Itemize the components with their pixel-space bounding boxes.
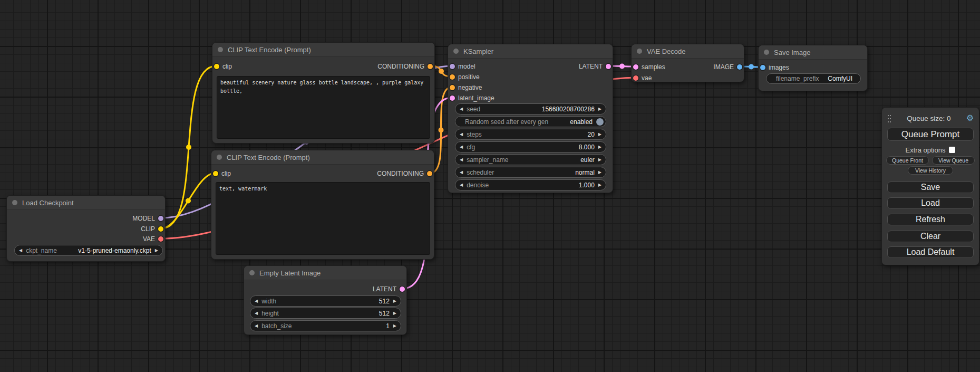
latent-output-port[interactable] (606, 64, 611, 69)
node-vae-decode[interactable]: VAE Decode samples IMAGE vae (631, 44, 744, 82)
scheduler-widget[interactable]: ◀ scheduler normal ▶ (455, 167, 606, 178)
output-label: CONDITIONING (377, 61, 424, 72)
decrement-arrow-icon[interactable]: ◀ (19, 249, 22, 253)
batch-size-widget[interactable]: ◀ batch_size 1 ▶ (250, 320, 401, 331)
seed-widget[interactable]: ◀ seed 156680208700286 ▶ (455, 103, 606, 115)
save-button[interactable]: Save (887, 182, 974, 193)
conditioning-output-port[interactable] (427, 171, 432, 176)
decrement-arrow-icon[interactable]: ◀ (460, 170, 463, 175)
collapse-dot-icon[interactable] (764, 50, 769, 55)
increment-arrow-icon[interactable]: ▶ (598, 132, 601, 137)
widget-value: euler (580, 156, 595, 164)
queue-panel: Queue size: 0 ⚙ Queue Prompt Extra optio… (881, 107, 979, 265)
widget-label: filename_prefix (776, 75, 828, 82)
vae-input-port[interactable] (633, 75, 638, 81)
image-output-port[interactable] (737, 64, 742, 70)
model-input-port[interactable] (450, 64, 455, 69)
increment-arrow-icon[interactable]: ▶ (598, 158, 601, 162)
decrement-arrow-icon[interactable]: ◀ (460, 158, 463, 162)
increment-arrow-icon[interactable]: ▶ (598, 145, 601, 149)
clip-input-port[interactable] (213, 171, 218, 176)
increment-arrow-icon[interactable]: ▶ (598, 170, 601, 175)
denoise-widget[interactable]: ◀ denoise 1.000 ▶ (455, 179, 606, 190)
gear-icon[interactable]: ⚙ (966, 114, 974, 122)
node-clip-text-encode-negative[interactable]: CLIP Text Encode (Prompt) clip CONDITION… (211, 150, 434, 260)
decrement-arrow-icon[interactable]: ◀ (255, 311, 258, 316)
view-queue-button[interactable]: View Queue (932, 156, 975, 165)
collapse-dot-icon[interactable] (12, 200, 17, 205)
negative-input-port[interactable] (450, 85, 455, 90)
increment-arrow-icon[interactable]: ▶ (393, 324, 396, 328)
refresh-button[interactable]: Refresh (887, 214, 974, 225)
increment-arrow-icon[interactable]: ▶ (155, 249, 158, 253)
conditioning-output-port[interactable] (428, 64, 433, 69)
output-label: CLIP (141, 224, 155, 234)
clip-input-port[interactable] (214, 64, 219, 69)
comfyui-canvas[interactable]: { "colors": { "model": "#b39ddb", "clip"… (0, 0, 980, 372)
increment-arrow-icon[interactable]: ▶ (393, 311, 396, 316)
drag-handle-icon[interactable] (887, 114, 891, 123)
node-title-bar[interactable]: VAE Decode (632, 44, 744, 59)
increment-arrow-icon[interactable]: ▶ (598, 183, 601, 187)
output-row-clip: CLIP (7, 224, 165, 234)
increment-arrow-icon[interactable]: ▶ (393, 299, 396, 303)
sampler-name-widget[interactable]: ◀ sampler_name euler ▶ (455, 154, 606, 165)
node-title-label: VAE Decode (647, 47, 685, 55)
decrement-arrow-icon[interactable]: ◀ (460, 183, 463, 187)
decrement-arrow-icon[interactable]: ◀ (460, 107, 463, 111)
output-label: LATENT (579, 61, 603, 72)
view-history-button[interactable]: View History (908, 166, 953, 175)
input-label: vae (642, 73, 652, 83)
extra-options-checkbox[interactable] (949, 147, 955, 153)
collapse-dot-icon[interactable] (453, 49, 459, 54)
decrement-arrow-icon[interactable]: ◀ (460, 132, 463, 137)
node-title-bar[interactable]: CLIP Text Encode (Prompt) (211, 150, 434, 165)
vae-output-port[interactable] (158, 236, 163, 242)
ckpt-name-widget[interactable]: ◀ ckpt_name v1-5-pruned-emaonly.ckpt ▶ (14, 245, 163, 256)
node-ksampler[interactable]: KSampler model LATENT positive negative … (448, 44, 613, 193)
positive-input-port[interactable] (450, 74, 455, 80)
filename-prefix-widget[interactable]: filename_prefix ComfyUI (766, 73, 861, 84)
model-output-port[interactable] (158, 216, 163, 221)
clip-output-port[interactable] (158, 226, 163, 232)
node-clip-text-encode-positive[interactable]: CLIP Text Encode (Prompt) clip CONDITION… (212, 42, 435, 144)
widget-label: Random seed after every gen (465, 118, 570, 126)
load-button[interactable]: Load (887, 197, 974, 209)
cfg-widget[interactable]: ◀ cfg 8.000 ▶ (455, 141, 606, 152)
node-title-bar[interactable]: KSampler (448, 44, 613, 59)
load-default-button[interactable]: Load Default (887, 246, 974, 258)
decrement-arrow-icon[interactable]: ◀ (255, 299, 258, 303)
toggle-knob-icon[interactable] (596, 118, 604, 126)
widget-label: ckpt_name (26, 247, 78, 254)
collapse-dot-icon[interactable] (217, 155, 222, 160)
steps-widget[interactable]: ◀ steps 20 ▶ (455, 129, 606, 140)
node-title-bar[interactable]: CLIP Text Encode (Prompt) (212, 43, 434, 57)
samples-input-port[interactable] (633, 64, 638, 70)
collapse-dot-icon[interactable] (218, 47, 223, 52)
decrement-arrow-icon[interactable]: ◀ (255, 324, 258, 328)
decrement-arrow-icon[interactable]: ◀ (460, 145, 463, 149)
collapse-dot-icon[interactable] (249, 270, 255, 275)
queue-prompt-button[interactable]: Queue Prompt (887, 128, 974, 141)
node-title-bar[interactable]: Save Image (759, 45, 867, 60)
node-title-bar[interactable]: Load Checkpoint (7, 196, 165, 210)
clear-button[interactable]: Clear (887, 231, 974, 242)
increment-arrow-icon[interactable]: ▶ (598, 107, 601, 111)
queue-front-button[interactable]: Queue Front (886, 156, 929, 165)
images-input-port[interactable] (760, 65, 765, 70)
node-load-checkpoint[interactable]: Load Checkpoint MODEL CLIP VAE ◀ ckpt_na… (6, 195, 166, 262)
height-widget[interactable]: ◀ height 512 ▶ (250, 308, 401, 319)
width-widget[interactable]: ◀ width 512 ▶ (250, 295, 401, 307)
widget-label: scheduler (467, 169, 575, 176)
latent-image-input-port[interactable] (450, 96, 455, 101)
port-row: negative (448, 82, 613, 93)
random-seed-toggle-widget[interactable]: Random seed after every gen enabled (455, 116, 606, 127)
collapse-dot-icon[interactable] (637, 49, 642, 54)
prompt-text-area[interactable]: text, watermark (216, 182, 430, 255)
node-save-image[interactable]: Save Image images filename_prefix ComfyU… (758, 45, 868, 91)
node-title-bar[interactable]: Empty Latent Image (244, 266, 406, 280)
latent-output-port[interactable] (400, 287, 405, 292)
prompt-text-area[interactable]: beautiful scenery nature glass bottle la… (217, 76, 430, 139)
input-label: images (769, 62, 789, 73)
node-empty-latent-image[interactable]: Empty Latent Image LATENT ◀ width 512 ▶ … (244, 265, 407, 335)
